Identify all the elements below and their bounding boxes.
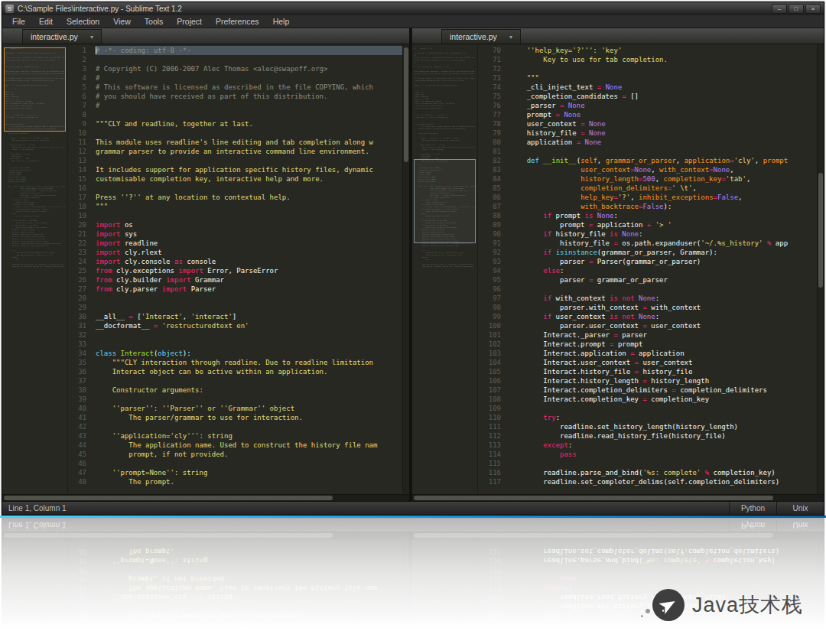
- line-number: 95: [478, 275, 501, 285]
- left-minimap[interactable]: # -*- coding: utf-8 -*-# Copyright (C) 2…: [2, 44, 68, 494]
- code-line: [96, 55, 402, 64]
- right-vertical-scroll-thumb[interactable]: [818, 173, 823, 288]
- code-line: [96, 184, 402, 193]
- code-line: _cli_inject_text = None: [510, 83, 817, 92]
- line-number: 77: [478, 110, 501, 119]
- left-vertical-scrollbar[interactable]: [402, 44, 409, 494]
- right-gutter: 7071727374757677787980818283848586878889…: [478, 44, 506, 494]
- code-line: It includes support for application spec…: [96, 165, 402, 174]
- right-minimap[interactable]: # -*- coding: utf-8 -*-# Copyright (C) 2…: [412, 44, 478, 494]
- line-number: 110: [478, 413, 501, 422]
- code-line: def __init__(self, grammar_or_parser, ap…: [510, 156, 817, 165]
- code-line: ''help_key='?''': 'key': [510, 46, 817, 55]
- menu-selection[interactable]: Selection: [60, 16, 106, 27]
- chevron-down-icon[interactable]: ▾: [509, 34, 512, 41]
- code-line: parser = grammar_or_parser: [510, 275, 817, 285]
- menu-view[interactable]: View: [106, 16, 138, 27]
- sublime-window: S C:\Sample Files\interactive.py - Subli…: [2, 2, 824, 516]
- left-vertical-scroll-thumb[interactable]: [404, 47, 408, 162]
- line-number: 17: [68, 193, 86, 202]
- watermark-text: Java技术栈: [692, 591, 803, 619]
- code-line: [96, 422, 402, 431]
- line-number: 23: [68, 248, 86, 257]
- line-number: 11: [68, 138, 86, 147]
- menu-preferences[interactable]: Preferences: [209, 16, 266, 27]
- line-number: 82: [478, 156, 501, 165]
- titlebar[interactable]: S C:\Sample Files\interactive.py - Subli…: [2, 2, 824, 15]
- tab-interactive-py-right[interactable]: interactive.py ▾: [441, 29, 521, 44]
- code-line: [510, 147, 817, 156]
- code-line: # you should have received as part of th…: [96, 92, 402, 101]
- code-line: history_file = os.path.expanduser('~/.%s…: [510, 239, 817, 248]
- line-number: 19: [68, 211, 86, 220]
- right-code[interactable]: ''help_key='?''': 'key' Key to use for t…: [506, 44, 817, 494]
- code-line: Interact.prompt = prompt: [510, 340, 817, 349]
- code-line: [96, 128, 402, 138]
- menu-project[interactable]: Project: [170, 16, 209, 27]
- code-line: readline.parse_and_bind('%s: complete' %…: [510, 468, 817, 477]
- line-number: 103: [478, 349, 501, 358]
- close-button[interactable]: ×: [805, 4, 821, 14]
- line-number: 116: [478, 468, 501, 477]
- line-number: 75: [478, 92, 501, 101]
- code-line: [96, 376, 402, 385]
- code-line: history_length=500, completion_key='tab'…: [510, 174, 817, 184]
- code-line: parser.user_context = user_context: [510, 321, 817, 330]
- code-line: prompt = application + '> ': [510, 220, 817, 229]
- line-number: 39: [68, 395, 86, 404]
- code-line: history_file = None: [510, 128, 817, 138]
- window-controls: – □ ×: [772, 4, 821, 14]
- left-editor-body: # -*- coding: utf-8 -*-# Copyright (C) 2…: [2, 44, 409, 494]
- syntax-selector[interactable]: Python: [729, 502, 776, 515]
- chevron-down-icon[interactable]: ▾: [90, 34, 93, 41]
- left-gutter: 1234567891011121314151617181920212223242…: [68, 44, 91, 494]
- line-number: 6: [68, 92, 86, 101]
- maximize-button[interactable]: □: [789, 4, 804, 14]
- code-line: user_context = None: [510, 119, 817, 128]
- code-line: _parser = None: [510, 101, 817, 110]
- line-number: 45: [68, 450, 86, 459]
- code-line: #: [96, 73, 402, 83]
- tab-interactive-py-left[interactable]: interactive.py ▾: [22, 29, 102, 44]
- line-number: 16: [68, 184, 86, 193]
- line-number: 29: [68, 303, 86, 312]
- code-line: Interact.user_context = user_context: [510, 358, 817, 367]
- line-number: 3: [68, 64, 86, 73]
- left-horizontal-scrollbar[interactable]: [2, 494, 409, 501]
- code-line: parser.with_context = with_context: [510, 303, 817, 312]
- left-code[interactable]: # -*- coding: utf-8 -*- # Copyright (C) …: [91, 44, 402, 494]
- left-horizontal-scroll-thumb[interactable]: [4, 496, 333, 500]
- minimap-line: # you should have received as part of th…: [415, 59, 475, 61]
- code-line: """: [510, 73, 817, 83]
- minimize-button[interactable]: –: [772, 4, 787, 14]
- menu-tools[interactable]: Tools: [138, 16, 171, 27]
- line-number: 88: [478, 211, 501, 220]
- right-vertical-scrollbar[interactable]: [817, 44, 824, 494]
- code-line: Interact.application = application: [510, 349, 817, 358]
- line-endings-selector[interactable]: Unix: [776, 502, 824, 515]
- line-number: 79: [478, 128, 501, 138]
- line-number: 30: [68, 312, 86, 321]
- code-line: The prompt.: [96, 477, 402, 486]
- right-editor-body: # -*- coding: utf-8 -*-# Copyright (C) 2…: [412, 44, 824, 494]
- menu-file[interactable]: File: [5, 16, 32, 27]
- code-line: # -*- coding: utf-8 -*-: [96, 46, 402, 55]
- left-minimap-viewport[interactable]: [4, 47, 66, 132]
- line-number: 26: [68, 275, 86, 285]
- right-horizontal-scroll-thumb[interactable]: [414, 496, 773, 500]
- right-horizontal-scrollbar[interactable]: [412, 494, 824, 501]
- line-number: 34: [68, 349, 86, 358]
- code-line: readline.read_history_file(history_file): [510, 431, 817, 441]
- right-minimap-viewport[interactable]: [414, 159, 476, 243]
- line-number: 102: [478, 340, 501, 349]
- menu-edit[interactable]: Edit: [32, 16, 60, 27]
- line-number: 7: [68, 101, 86, 110]
- line-number: 84: [478, 174, 501, 184]
- code-line: import readline: [96, 239, 402, 248]
- minimap-line: Interact object can be active within an …: [415, 128, 475, 130]
- line-number: 27: [68, 285, 86, 294]
- line-number: 72: [478, 64, 501, 73]
- code-line: if with_context is not None:: [510, 294, 817, 303]
- menu-help[interactable]: Help: [266, 16, 297, 27]
- line-number: 2: [68, 55, 86, 64]
